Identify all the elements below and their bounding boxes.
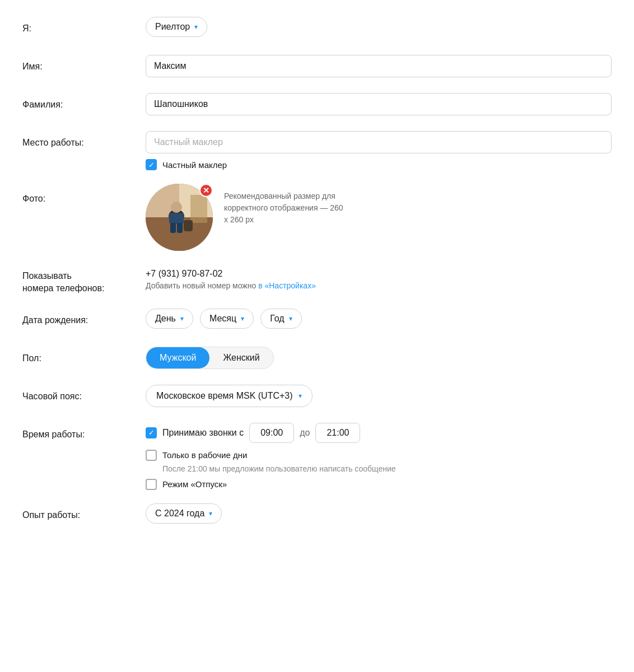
gender-toggle: Мужской Женский — [146, 347, 274, 369]
photo-row: Фото: — [22, 184, 612, 251]
timezone-label: Часовой пояс: — [22, 385, 146, 403]
role-chevron-icon: ▾ — [194, 23, 198, 31]
svg-rect-9 — [177, 223, 183, 233]
name-row: Имя: — [22, 55, 612, 80]
experience-label: Опыт работы: — [22, 503, 146, 521]
experience-value: С 2024 года — [155, 508, 204, 519]
role-control: Риелтор ▾ — [146, 17, 612, 37]
phone-label: Показывать номера телефонов: — [22, 264, 146, 295]
experience-dropdown[interactable]: С 2024 года ▾ — [146, 503, 222, 524]
name-control — [146, 55, 612, 77]
role-label: Я: — [22, 17, 146, 35]
workdays-label: Только в рабочие дни — [162, 450, 247, 460]
role-dropdown[interactable]: Риелтор ▾ — [146, 17, 207, 37]
workplace-input[interactable] — [146, 131, 612, 153]
phone-hint: Добавить новый номер можно в «Настройках… — [146, 281, 612, 290]
surname-input[interactable] — [146, 93, 612, 115]
worktime-checkbox-label: Принимаю звонки с — [162, 428, 244, 438]
svg-rect-4 — [190, 195, 207, 223]
experience-control: С 2024 года ▾ — [146, 503, 612, 524]
workdays-checkbox-row: Только в рабочие дни — [146, 450, 612, 461]
experience-chevron-icon: ▾ — [209, 510, 212, 517]
timezone-chevron-icon: ▾ — [299, 392, 302, 400]
photo-label: Фото: — [22, 184, 146, 205]
svg-rect-10 — [184, 220, 193, 231]
vacation-row: Режим «Отпуск» — [146, 479, 612, 490]
gender-control: Мужской Женский — [146, 347, 612, 369]
birthdate-row: Дата рождения: День ▾ Месяц ▾ Год ▾ — [22, 309, 612, 333]
vacation-checkbox[interactable] — [146, 479, 157, 490]
after-hours-hint: После 21:00 мы предложим пользователю на… — [162, 464, 612, 473]
workplace-checkbox-label: Частный маклер — [162, 160, 227, 170]
photo-area: ✕ Рекомендованный размер для корректного… — [146, 184, 612, 251]
workplace-label: Место работы: — [22, 131, 146, 149]
worktime-sep: до — [300, 428, 310, 438]
month-dropdown[interactable]: Месяц ▾ — [200, 309, 254, 329]
timezone-value: Московское время MSK (UTC+3) — [156, 391, 293, 401]
checkmark-icon: ✓ — [148, 161, 155, 169]
birthdate-control: День ▾ Месяц ▾ Год ▾ — [146, 309, 612, 329]
workplace-control: ✓ Частный маклер — [146, 131, 612, 170]
month-chevron-icon: ▾ — [241, 315, 244, 323]
gender-label: Пол: — [22, 347, 146, 365]
worktime-to-input[interactable] — [315, 423, 360, 443]
settings-link[interactable]: в «Настройках» — [258, 281, 316, 290]
surname-control — [146, 93, 612, 115]
worktime-from-input[interactable] — [249, 423, 294, 443]
phone-control: +7 (931) 970-87-02 Добавить новый номер … — [146, 264, 612, 290]
gender-male-button[interactable]: Мужской — [146, 347, 209, 368]
worktime-label: Время работы: — [22, 423, 146, 441]
vacation-label: Режим «Отпуск» — [162, 479, 227, 489]
birth-date-row: День ▾ Месяц ▾ Год ▾ — [146, 309, 612, 329]
year-chevron-icon: ▾ — [289, 315, 292, 323]
birthdate-label: Дата рождения: — [22, 309, 146, 326]
role-value: Риелтор — [155, 22, 190, 32]
phone-number: +7 (931) 970-87-02 — [146, 269, 612, 279]
day-chevron-icon: ▾ — [180, 315, 184, 323]
name-input[interactable] — [146, 55, 612, 77]
gender-row: Пол: Мужской Женский — [22, 347, 612, 371]
phone-row: Показывать номера телефонов: +7 (931) 97… — [22, 264, 612, 295]
experience-row: Опыт работы: С 2024 года ▾ — [22, 503, 612, 528]
role-row: Я: Риелтор ▾ — [22, 17, 612, 41]
photo-control: ✕ Рекомендованный размер для корректного… — [146, 184, 612, 251]
name-label: Имя: — [22, 55, 146, 73]
remove-photo-button[interactable]: ✕ — [199, 184, 213, 197]
timezone-row: Часовой пояс: Московское время MSK (UTC+… — [22, 385, 612, 409]
timezone-dropdown[interactable]: Московское время MSK (UTC+3) ▾ — [146, 385, 313, 407]
day-dropdown[interactable]: День ▾ — [146, 309, 193, 329]
gender-female-button[interactable]: Женский — [209, 347, 273, 368]
worktime-checkbox[interactable]: ✓ — [146, 427, 157, 438]
photo-hint: Рекомендованный размер для корректного о… — [224, 184, 347, 226]
surname-label: Фамилия: — [22, 93, 146, 111]
worktime-row: Время работы: ✓ Принимаю звонки с до Тол… — [22, 423, 612, 490]
day-label: День — [155, 314, 176, 324]
worktime-control: ✓ Принимаю звонки с до Только в рабочие … — [146, 423, 612, 490]
work-time-row: ✓ Принимаю звонки с до — [146, 423, 612, 443]
worktime-checkmark-icon: ✓ — [148, 429, 155, 436]
svg-rect-7 — [169, 213, 184, 224]
year-dropdown[interactable]: Год ▾ — [260, 309, 301, 329]
workplace-checkbox-row: ✓ Частный маклер — [146, 159, 612, 170]
workplace-checkbox[interactable]: ✓ — [146, 159, 157, 170]
surname-row: Фамилия: — [22, 93, 612, 118]
svg-point-6 — [171, 202, 182, 213]
workplace-row: Место работы: ✓ Частный маклер — [22, 131, 612, 170]
workdays-checkbox[interactable] — [146, 450, 157, 461]
remove-icon: ✕ — [203, 186, 209, 195]
timezone-control: Московское время MSK (UTC+3) ▾ — [146, 385, 612, 407]
photo-container: ✕ — [146, 184, 213, 251]
phone-hint-prefix: Добавить новый номер можно — [146, 281, 258, 290]
year-label: Год — [270, 314, 284, 324]
month-label: Месяц — [209, 314, 236, 324]
svg-rect-8 — [170, 223, 176, 233]
